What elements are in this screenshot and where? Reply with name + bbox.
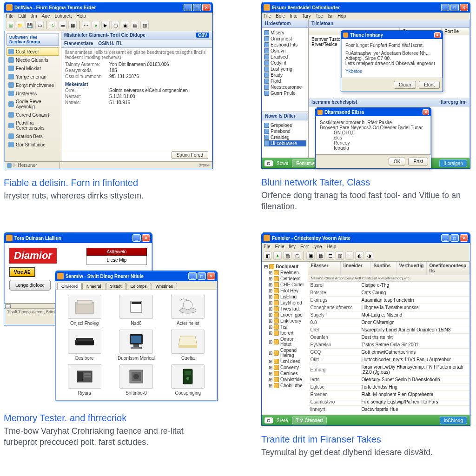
titlebar[interactable]: Eisunr Ilesrdsidel Cefhnllurder _□× <box>262 2 470 13</box>
sidebar-item[interactable]: Gor Shinftinue <box>7 140 59 149</box>
table-row[interactable]: IertsOletrcury Sunet Senin h BAensfobori… <box>308 376 469 383</box>
hw-thumb[interactable]: Riyurs <box>60 364 108 396</box>
table-row[interactable]: BusrelCistipe o-Thg <box>308 282 469 289</box>
download-button[interactable]: Lenge diofoec <box>9 280 51 291</box>
maximize-button[interactable]: □ <box>198 272 206 280</box>
hw-thumb[interactable]: Snftinbd-0 <box>112 364 160 396</box>
tab[interactable]: Eelomps <box>126 283 151 290</box>
hw-thumb[interactable]: Onjscl Fholeg <box>60 295 108 326</box>
sidebar-item[interactable]: Yor ge enerrarr <box>7 73 59 81</box>
tree-item[interactable]: ⊞Cerrines <box>269 370 306 377</box>
menu-item[interactable]: Luhurett <box>55 13 72 19</box>
titlebar[interactable]: DnfNiva - Fiurn Enigma Teurns Erder _ □ … <box>4 2 212 13</box>
tool-icon[interactable]: ▦ <box>316 251 324 260</box>
tool-icon[interactable]: ◧ <box>264 251 272 260</box>
tree-item[interactable]: ⊞Lsni deed <box>269 358 306 364</box>
tool-folder-icon[interactable]: 📁 <box>16 21 24 29</box>
tool-icon[interactable]: ▤ <box>283 251 291 260</box>
menu-item[interactable]: Tary <box>302 13 311 19</box>
minimize-button[interactable]: _ <box>441 4 450 11</box>
table-row[interactable]: SagelyMot-Eaig e. Nfseind <box>308 311 469 319</box>
table-row[interactable]: CsanlustvroFird senarty Eqstwip/Palnen T… <box>308 398 469 406</box>
menu-item[interactable]: Help <box>327 244 337 249</box>
menu-item[interactable]: iyne <box>313 244 322 249</box>
promo-button[interactable]: Vtre AE <box>9 267 35 277</box>
menu-item[interactable]: lisy <box>289 244 295 249</box>
scroll-left-icon[interactable] <box>5 304 11 308</box>
sidebar-item[interactable]: Eonyt minchvenee <box>7 81 59 89</box>
tool-arrow-icon[interactable]: ▶ <box>101 21 110 29</box>
tool-icon[interactable]: ◑ <box>365 251 373 260</box>
dialog-button[interactable]: Cluan <box>394 81 416 89</box>
table-row[interactable]: Conegherte ofmerscHihgnee la.Twsatbeuron… <box>308 304 469 311</box>
tab[interactable]: Nneeral <box>82 283 106 290</box>
menu-item[interactable]: Eole <box>275 244 284 249</box>
tree-item[interactable]: ⊞Choblluthe <box>269 383 306 389</box>
tree-item[interactable]: ⊞Twes lad. <box>269 306 306 312</box>
tool-globe-icon[interactable]: ● <box>92 21 100 29</box>
expand-icon[interactable]: ⊞ <box>269 331 272 336</box>
tree-item[interactable]: ⊞Reelmen <box>269 270 306 276</box>
tree-item[interactable]: ⊞Enkitreory <box>269 318 306 324</box>
minimize-button[interactable]: _ <box>132 234 141 242</box>
expand-icon[interactable]: ⊞ <box>269 359 272 364</box>
hw-thumb[interactable]: Nsd6 <box>112 295 160 326</box>
col-header[interactable]: Suntins <box>371 262 397 275</box>
close-button[interactable]: × <box>460 234 468 242</box>
close-button[interactable]: × <box>434 32 441 38</box>
menu-item[interactable]: Edit <box>18 13 26 19</box>
tab[interactable]: Clwieord <box>57 283 82 290</box>
expand-icon[interactable]: ⊞ <box>269 276 272 281</box>
expand-icon[interactable]: ⊞ <box>269 371 272 376</box>
titlebar[interactable]: Funieler - Crideitenloy Voorm Aliste_□× <box>262 233 470 243</box>
minimize-button[interactable]: _ <box>184 4 192 11</box>
table-row[interactable]: ErsenenFlalt.-M-hnpinent Fien Cipprehent… <box>308 391 469 398</box>
tree-item[interactable]: ⊞Cetdetem <box>269 276 306 282</box>
col-header[interactable]: Filasser <box>308 262 341 275</box>
tool-check-icon[interactable]: ⋯ <box>82 21 90 29</box>
menu-item[interactable]: Inte <box>290 13 298 19</box>
dialog-button[interactable]: Elont <box>419 81 440 89</box>
bb-button[interactable]: Tirs Crenaert <box>292 416 327 424</box>
sidebar-item[interactable]: Unsteress <box>7 89 59 98</box>
action-button[interactable]: Saunti Fored <box>172 151 208 159</box>
ok-button[interactable]: OK <box>389 158 405 165</box>
col-header[interactable]: Onetifoenoutesp Its <box>427 262 469 275</box>
sidebar-item[interactable]: Cost Revel <box>7 47 59 56</box>
tool-note-icon[interactable]: ▢ <box>111 21 119 29</box>
sidebar-item[interactable]: Srauion Bers <box>7 132 59 140</box>
sidebar-item[interactable]: Curend Gonanrt <box>7 111 59 119</box>
maximize-button[interactable]: □ <box>193 4 201 11</box>
menu-item[interactable]: File <box>6 13 13 19</box>
expand-icon[interactable]: ⊞ <box>269 312 272 317</box>
tool-icon[interactable]: ▣ <box>306 251 315 260</box>
menu-item[interactable]: Isr <box>328 13 333 19</box>
tab[interactable]: Sisedt <box>106 283 126 290</box>
expand-icon[interactable]: ⊟ <box>264 264 268 269</box>
tree-item[interactable]: ⊞LisEling <box>269 294 306 300</box>
expand-icon[interactable]: ⊞ <box>269 365 272 370</box>
tool-list-icon[interactable]: ☰ <box>59 21 67 29</box>
menu-item[interactable]: Help <box>76 13 86 19</box>
table-row[interactable]: EkrirugsAuannitan tesprl uncteidn <box>308 297 469 304</box>
ad-sub[interactable]: Liese Mip <box>86 256 147 265</box>
dialog-item[interactable]: FuAstnaphw iyer Adeetaen Boteree Nh... <box>345 51 438 56</box>
tool-page-icon[interactable]: ▭ <box>35 21 44 29</box>
table-row[interactable]: Etrhargllorsinvron..wDiy Httonsyennip. F… <box>308 364 469 376</box>
col-header[interactable]: linveider <box>341 262 371 275</box>
sidebar-item[interactable]: Peavlina Cerentonsoks <box>7 119 59 132</box>
minimize-button[interactable]: _ <box>188 272 197 280</box>
menu-item[interactable]: Bole <box>276 13 285 19</box>
menu-item[interactable]: Tee <box>316 13 323 19</box>
expand-icon[interactable]: ⊞ <box>269 383 272 388</box>
tool-mag-icon[interactable]: ▥ <box>140 21 149 29</box>
cancel-button[interactable]: Erfst <box>408 158 428 165</box>
menu-item[interactable]: Jm <box>31 13 37 19</box>
hw-thumb[interactable]: Acterihellst <box>164 295 212 326</box>
dialog-link[interactable]: Ykbetos <box>345 69 438 74</box>
expand-icon[interactable]: ⊞ <box>269 300 272 305</box>
close-button[interactable]: × <box>142 234 150 242</box>
expand-icon[interactable]: ⊞ <box>269 339 272 344</box>
col-header[interactable]: Port ile <box>442 28 469 35</box>
close-button[interactable]: × <box>202 4 211 11</box>
